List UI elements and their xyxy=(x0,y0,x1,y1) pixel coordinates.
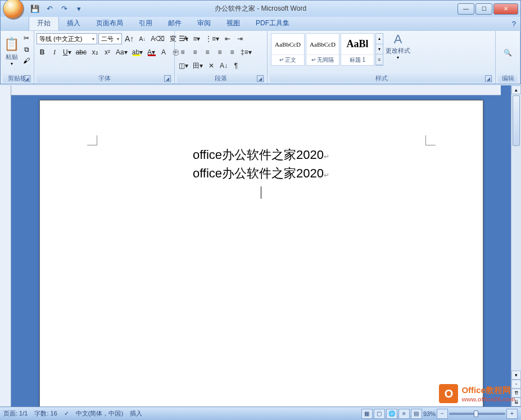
align-right-button[interactable]: ≡ xyxy=(202,47,213,58)
superscript-button[interactable]: x² xyxy=(102,47,113,58)
vertical-scrollbar[interactable]: ▴ ▾ ◦ ⇈ ⇊ xyxy=(511,85,521,407)
gallery-down[interactable]: ▾ xyxy=(376,44,383,55)
redo-button[interactable]: ↷ xyxy=(58,3,70,15)
clipboard-group-label: 剪贴板 ◢ xyxy=(3,74,31,83)
zoom-slider[interactable] xyxy=(449,413,505,415)
grow-font-button[interactable]: A↑ xyxy=(123,33,135,44)
zoom-percent[interactable]: 93% xyxy=(423,410,436,417)
status-mode[interactable]: 插入 xyxy=(130,409,142,418)
view-print-layout[interactable]: ▦ xyxy=(361,409,373,419)
show-marks-button[interactable]: ¶ xyxy=(230,60,242,71)
multilevel-list-button[interactable]: ⋮≡▾ xyxy=(203,33,221,44)
watermark-icon: O xyxy=(439,384,458,403)
styles-group-label: 样式 ◢ xyxy=(270,74,493,83)
clipboard-launcher[interactable]: ◢ xyxy=(24,75,30,82)
view-draft[interactable]: ▤ xyxy=(411,409,422,419)
vertical-ruler[interactable] xyxy=(0,85,11,407)
change-case-button[interactable]: Aa▾ xyxy=(114,47,129,58)
tab-mailings[interactable]: 邮件 xyxy=(160,16,189,30)
highlight-button[interactable]: ab▾ xyxy=(130,47,144,58)
status-proofing[interactable]: ✓ xyxy=(64,410,69,417)
horizontal-ruler[interactable] xyxy=(11,85,501,95)
strikethrough-button[interactable]: abc xyxy=(74,47,88,58)
snap-button[interactable]: ✕ xyxy=(206,60,217,71)
paragraph-launcher[interactable]: ◢ xyxy=(257,75,264,82)
bullets-button[interactable]: ☰▾ xyxy=(177,33,190,44)
style-gallery: AaBbCcD ↵ 正文 AaBbCcD ↵ 无间隔 AaBl 标题 1 ▴ ▾… xyxy=(270,32,384,67)
style-heading1[interactable]: AaBl 标题 1 xyxy=(341,33,374,66)
bold-button[interactable]: B xyxy=(37,47,48,58)
justify-button[interactable]: ≡ xyxy=(214,47,225,58)
underline-button[interactable]: U▾ xyxy=(61,47,73,58)
clear-format-button[interactable]: A⌫ xyxy=(149,33,166,44)
change-styles-button[interactable]: A 更改样式 ▾ xyxy=(384,32,411,60)
save-button[interactable]: 💾 xyxy=(29,3,41,15)
page-content[interactable]: office办公软件之家2020↵ office办公软件之家2020↵ xyxy=(96,145,427,201)
office-button[interactable] xyxy=(3,0,24,20)
qat-more-button[interactable]: ▾ xyxy=(73,3,85,15)
paste-button[interactable]: 📋 粘贴 ▾ xyxy=(4,33,19,70)
view-full-screen[interactable]: ▢ xyxy=(374,409,385,419)
group-paragraph: ☰▾ ≡▾ ⋮≡▾ ⇤ ⇥ ≡ ≡ ≡ ≡ ≡ ‡≡▾ ◫▾ 田▾ ✕ A↓ ¶ xyxy=(175,31,268,84)
sort-button[interactable]: A↓ xyxy=(218,60,229,71)
page[interactable]: office办公软件之家2020↵ office办公软件之家2020↵ xyxy=(39,100,483,407)
find-button[interactable]: 🔍 xyxy=(502,47,514,58)
undo-button[interactable]: ↶ xyxy=(43,3,56,15)
gallery-up[interactable]: ▴ xyxy=(376,34,383,44)
title-bar: 💾 ↶ ↷ ▾ 办公软件之家 - Microsoft Word — ☐ ✕ xyxy=(0,0,521,17)
font-size-combo[interactable]: 二号▾ xyxy=(98,33,122,44)
text-line-1: office办公软件之家2020↵ xyxy=(96,145,427,164)
watermark-title: Office教程网 xyxy=(461,385,515,396)
font-launcher[interactable]: ◢ xyxy=(164,75,171,82)
style-normal[interactable]: AaBbCcD ↵ 正文 xyxy=(271,33,305,66)
shading-button[interactable]: ◫▾ xyxy=(177,60,190,71)
view-web-layout[interactable]: 🌐 xyxy=(386,409,397,419)
view-outline[interactable]: ≡ xyxy=(398,409,410,419)
styles-launcher[interactable]: ◢ xyxy=(485,75,492,82)
align-left-button[interactable]: ≡ xyxy=(177,47,188,58)
font-name-combo[interactable]: 等线 (中文正文)▾ xyxy=(37,33,97,44)
cut-button[interactable]: ✂ xyxy=(21,33,31,43)
zoom-in-button[interactable]: + xyxy=(506,409,518,419)
distribute-button[interactable]: ≡ xyxy=(226,47,238,58)
align-center-button[interactable]: ≡ xyxy=(189,47,201,58)
borders-button[interactable]: 田▾ xyxy=(191,60,205,71)
document-viewport[interactable]: office办公软件之家2020↵ office办公软件之家2020↵ xyxy=(11,85,511,407)
scroll-up-icon[interactable]: ▴ xyxy=(511,85,521,94)
gallery-more[interactable]: ≡ xyxy=(376,54,383,65)
status-words[interactable]: 字数: 16 xyxy=(34,409,57,418)
maximize-button[interactable]: ☐ xyxy=(475,3,492,15)
format-painter-button[interactable]: 🖌 xyxy=(21,56,31,66)
line-spacing-button[interactable]: ‡≡▾ xyxy=(239,47,253,58)
numbering-button[interactable]: ≡▾ xyxy=(191,33,202,44)
italic-button[interactable]: I xyxy=(49,47,60,58)
decrease-indent-button[interactable]: ⇤ xyxy=(222,33,233,44)
status-page[interactable]: 页面: 1/1 xyxy=(3,409,28,418)
shrink-font-button[interactable]: A↓ xyxy=(137,33,148,44)
copy-button[interactable]: ⧉ xyxy=(21,44,31,54)
minimize-button[interactable]: — xyxy=(457,3,474,15)
font-color-button[interactable]: A▾ xyxy=(146,47,157,58)
scroll-thumb[interactable] xyxy=(513,95,520,146)
tab-layout[interactable]: 页面布局 xyxy=(88,16,131,30)
scroll-down-icon[interactable]: ▾ xyxy=(511,371,521,380)
tab-view[interactable]: 视图 xyxy=(219,16,248,30)
tab-home[interactable]: 开始 xyxy=(29,16,59,30)
ribbon: 📋 粘贴 ▾ ✂ ⧉ 🖌 剪贴板 ◢ 等线 (中文正文)▾ 二号▾ A↑ A↓ … xyxy=(0,30,521,84)
group-styles: AaBbCcD ↵ 正文 AaBbCcD ↵ 无间隔 AaBl 标题 1 ▴ ▾… xyxy=(268,31,496,84)
help-icon[interactable]: ? xyxy=(512,20,516,28)
zoom-out-button[interactable]: − xyxy=(437,409,448,419)
group-editing: 🔍 编辑 xyxy=(496,31,520,84)
status-language[interactable]: 中文(简体，中国) xyxy=(76,409,123,418)
increase-indent-button[interactable]: ⇥ xyxy=(234,33,246,44)
style-no-spacing[interactable]: AaBbCcD ↵ 无间隔 xyxy=(306,33,339,66)
char-shading-button[interactable]: A xyxy=(158,47,169,58)
close-button[interactable]: ✕ xyxy=(493,3,518,15)
tab-review[interactable]: 审阅 xyxy=(189,16,219,30)
tab-pdf-tools[interactable]: PDF工具集 xyxy=(248,16,297,30)
subscript-button[interactable]: x₂ xyxy=(89,47,101,58)
tab-insert[interactable]: 插入 xyxy=(59,16,88,30)
zoom-thumb[interactable] xyxy=(474,410,478,417)
ribbon-tabs: 开始 插入 页面布局 引用 邮件 审阅 视图 PDF工具集 ? xyxy=(0,17,521,30)
tab-references[interactable]: 引用 xyxy=(131,16,160,30)
